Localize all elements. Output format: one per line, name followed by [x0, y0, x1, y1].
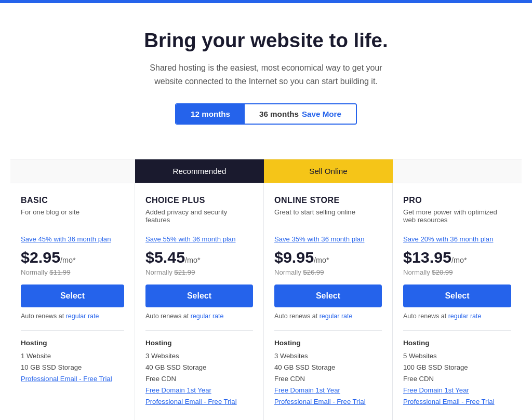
banner-row: Recommended Sell Online	[10, 159, 522, 183]
price-normal-choice-plus: Normally $21.99	[145, 268, 253, 276]
banner-empty-right	[393, 159, 522, 183]
regular-rate-link-basic[interactable]: regular rate	[66, 313, 99, 320]
feature-item: Free CDN	[274, 375, 382, 383]
billing-36-label: 36 months	[259, 110, 299, 118]
feature-item: 3 Websites	[274, 352, 382, 360]
plan-name-online-store: ONLINE STORE	[274, 196, 382, 205]
price-per-pro: /mo*	[451, 256, 467, 264]
feature-item: 5 Websites	[403, 352, 511, 360]
regular-rate-link-pro[interactable]: regular rate	[448, 313, 482, 320]
price-main-pro: $13.95	[403, 248, 451, 266]
auto-renew-pro: Auto renews at regular rate	[403, 313, 511, 320]
features-section-basic: Hosting 1 Website10 GB SSD StorageProfes…	[21, 330, 124, 383]
plan-col-choice-plus: CHOICE PLUS Added privacy and security f…	[135, 183, 264, 420]
plan-tagline-pro: Get more power with optimized web resour…	[403, 208, 511, 227]
price-normal-pro: Normally $20.99	[403, 268, 511, 276]
feature-item[interactable]: Free Domain 1st Year	[403, 386, 511, 394]
plan-tagline-choice-plus: Added privacy and security features	[145, 208, 253, 227]
feature-item: Free CDN	[403, 375, 511, 383]
save-link-online-store[interactable]: Save 35% with 36 month plan	[274, 235, 382, 243]
price-per-online-store: /mo*	[314, 256, 329, 264]
price-row-choice-plus: $5.45/mo*	[145, 248, 253, 266]
feature-item[interactable]: Professional Email - Free Trial	[21, 375, 124, 383]
auto-renew-basic: Auto renews at regular rate	[21, 313, 124, 320]
billing-toggle: 12 months 36 monthsSave More	[175, 103, 357, 125]
auto-renew-choice-plus: Auto renews at regular rate	[145, 313, 253, 320]
feature-item: 40 GB SSD Storage	[274, 363, 382, 371]
save-link-pro[interactable]: Save 20% with 36 month plan	[403, 235, 511, 243]
plan-col-online-store: ONLINE STORE Great to start selling onli…	[264, 183, 393, 420]
select-button-pro[interactable]: Select	[403, 284, 511, 307]
plan-name-choice-plus: CHOICE PLUS	[145, 196, 253, 205]
regular-rate-link-choice-plus[interactable]: regular rate	[191, 313, 224, 320]
features-label-choice-plus: Hosting	[145, 339, 253, 347]
feature-item: 40 GB SSD Storage	[145, 363, 253, 371]
feature-item[interactable]: Free Domain 1st Year	[274, 386, 382, 394]
price-per-choice-plus: /mo*	[185, 256, 201, 264]
feature-item[interactable]: Professional Email - Free Trial	[274, 398, 382, 405]
plan-col-pro: PRO Get more power with optimized web re…	[393, 183, 522, 420]
select-button-online-store[interactable]: Select	[274, 284, 382, 307]
auto-renew-online-store: Auto renews at regular rate	[274, 313, 382, 320]
price-row-basic: $2.95/mo*	[21, 248, 124, 266]
feature-item: 3 Websites	[145, 352, 253, 360]
features-label-basic: Hosting	[21, 339, 124, 347]
features-label-online-store: Hosting	[274, 339, 382, 347]
banner-empty-left	[10, 159, 135, 183]
feature-item: 1 Website	[21, 352, 124, 360]
price-main-basic: $2.95	[21, 248, 60, 266]
features-section-online-store: Hosting 3 Websites40 GB SSD StorageFree …	[274, 330, 382, 405]
features-label-pro: Hosting	[403, 339, 511, 347]
price-row-pro: $13.95/mo*	[403, 248, 511, 266]
feature-item: 10 GB SSD Storage	[21, 363, 124, 371]
hero-section: Bring your website to life. Shared hosti…	[10, 3, 522, 159]
plans-grid: BASIC For one blog or site Save 45% with…	[10, 183, 522, 420]
features-section-choice-plus: Hosting 3 Websites40 GB SSD StorageFree …	[145, 330, 253, 405]
feature-item[interactable]: Professional Email - Free Trial	[403, 398, 511, 405]
feature-item: 100 GB SSD Storage	[403, 363, 511, 371]
plan-col-basic: BASIC For one blog or site Save 45% with…	[10, 183, 135, 420]
feature-item: Free CDN	[145, 375, 253, 383]
feature-item[interactable]: Professional Email - Free Trial	[145, 398, 253, 405]
billing-tab-12months[interactable]: 12 months	[176, 104, 245, 124]
price-row-online-store: $9.95/mo*	[274, 248, 382, 266]
banner-sell-online: Sell Online	[264, 159, 393, 183]
price-per-basic: /mo*	[60, 256, 76, 264]
features-section-pro: Hosting 5 Websites100 GB SSD StorageFree…	[403, 330, 511, 405]
price-normal-online-store: Normally $26.99	[274, 268, 382, 276]
price-main-choice-plus: $5.45	[145, 248, 185, 266]
pricing-section: Recommended Sell Online BASIC For one bl…	[10, 159, 522, 420]
hero-title: Bring your website to life.	[21, 29, 511, 52]
price-normal-basic: Normally $11.99	[21, 268, 124, 276]
hero-subtitle: Shared hosting is the easiest, most econ…	[147, 61, 385, 88]
plan-tagline-online-store: Great to start selling online	[274, 208, 382, 227]
save-link-choice-plus[interactable]: Save 55% with 36 month plan	[145, 235, 253, 243]
select-button-basic[interactable]: Select	[21, 284, 124, 307]
feature-item[interactable]: Free Domain 1st Year	[145, 386, 253, 394]
banner-recommended: Recommended	[135, 159, 264, 183]
billing-tab-36months[interactable]: 36 monthsSave More	[245, 104, 356, 124]
plan-name-basic: BASIC	[21, 196, 124, 205]
save-link-basic[interactable]: Save 45% with 36 month plan	[21, 235, 124, 243]
save-badge: Save More	[302, 110, 341, 118]
price-main-online-store: $9.95	[274, 248, 314, 266]
plan-tagline-basic: For one blog or site	[21, 208, 124, 227]
select-button-choice-plus[interactable]: Select	[145, 284, 253, 307]
plan-name-pro: PRO	[403, 196, 511, 205]
regular-rate-link-online-store[interactable]: regular rate	[320, 313, 353, 320]
